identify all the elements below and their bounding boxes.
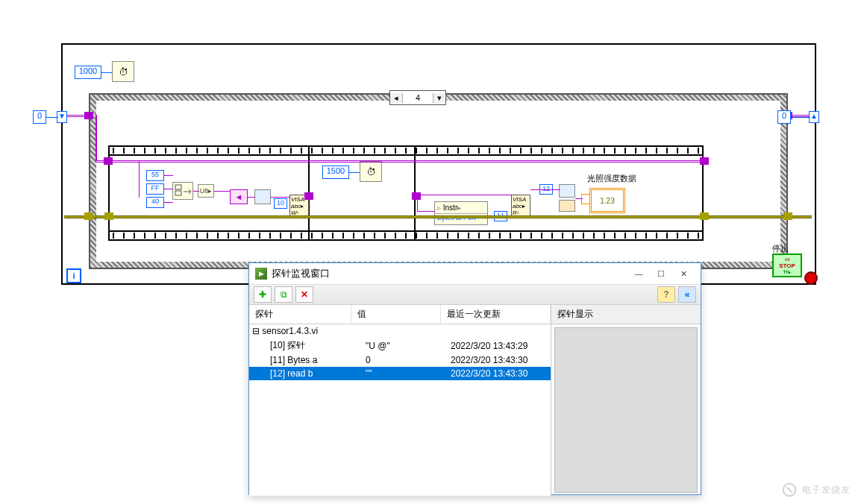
column-header-time[interactable]: 最近一次更新 [441,305,551,324]
probe-value: "" [363,367,448,380]
svg-rect-0 [175,185,181,189]
case-prev-arrow[interactable]: ◂ [390,93,403,103]
wire [101,72,112,73]
event-node: ◄ [230,189,248,204]
probe-time: 2022/3/20 13:43:30 [448,353,551,367]
instr-label: Instr [443,204,457,212]
probe-name: [11] Bytes a [249,353,363,367]
new-probe-button[interactable]: ✚ [254,286,272,303]
shift-register-right [809,111,819,123]
error-tunnel [783,212,792,220]
window-title: 探针监视窗口 [272,267,330,280]
probe-tag-10: 10 [274,198,287,209]
byte-array-to-string-node: U8▸ [198,184,214,198]
wait-ms-node: ⏱ [112,61,134,82]
visa-tunnel [84,112,93,119]
tree-root-label: sensor1.4.3.vi [262,326,318,336]
probe-row[interactable]: [10] 探针 "U @" 2022/3/20 13:43:29 [249,338,551,353]
probe-display-pane: 探针显示 [551,305,701,496]
constant-wait-ms: 1000 [75,66,101,79]
wire [349,172,360,173]
wire [164,189,173,189]
window-minimize-button[interactable]: — [627,266,650,281]
probe-toolbar: ✚ ⧉ ✕ ? « [249,285,701,305]
wire [248,197,255,198]
wire [164,175,173,176]
metronome-icon: ⏱ [119,66,128,78]
probe-time: 2022/3/20 13:43:29 [448,339,551,353]
help-button[interactable]: ? [657,286,675,303]
case-selector[interactable]: ◂ 4 ▾ [389,90,446,105]
app-icon: ▶ [255,268,267,280]
hex-const-ff: FF [146,183,164,195]
scan-value-node [559,200,575,212]
visa-tunnel [700,157,709,165]
probe-plus-icon: ✚ [259,289,266,300]
probe-add-icon: ⧉ [281,289,287,300]
wire [214,191,231,192]
loop-condition-terminal [804,271,818,285]
shift-register-left [57,111,67,123]
svg-rect-1 [175,191,181,195]
stop-label: 停止 [772,243,789,254]
build-array-node [172,182,193,200]
output-label: 光照强度数据 [587,173,636,184]
error-tunnel [700,212,709,220]
wire [193,191,199,192]
iteration-constant-right: 0 [777,110,791,124]
watermark: 电子发烧友 [781,482,851,498]
window-titlebar[interactable]: ▶ 探针监视窗口 — ☐ ✕ [249,263,701,285]
wire [791,117,810,118]
express-vi-node [254,189,271,204]
column-header-value[interactable]: 值 [351,305,441,324]
column-header-probe[interactable]: 探针 [249,305,351,324]
tree-root-row[interactable]: ⊟ sensor1.4.3.vi [249,324,551,338]
numeric-value: 1.23 [600,197,614,205]
wire [417,195,513,195]
probe-display-header: 探针显示 [551,305,701,324]
property-node-bytes-at-port: ▹ Instr▸ Bytes at Port [434,201,488,225]
wire [530,189,560,190]
probe-name: [10] 探针 [249,338,363,353]
add-probe-button[interactable]: ⧉ [275,286,292,303]
wire [271,197,290,198]
iteration-terminal-icon: i [66,268,81,283]
hex-const-40: 40 [146,197,164,208]
stop-button-terminal[interactable]: ▭ STOP TF▸ [772,253,802,277]
probe-time: 2022/3/20 13:43:30 [448,367,551,380]
window-maximize-button[interactable]: ☐ [650,266,672,281]
visa-tunnel [412,192,421,200]
probe-value: "U @" [363,339,448,353]
iteration-constant-left: 0 [33,110,46,124]
wire [46,117,58,118]
numeric-indicator: 1.23 [589,188,625,213]
constant-wait-1500: 1500 [322,166,349,179]
wire [96,115,97,161]
delete-icon: ✕ [301,289,308,300]
case-next-arrow[interactable]: ▾ [433,93,445,103]
probe-value: 0 [363,353,448,367]
probe-list-pane: 探针 值 最近一次更新 ⊟ sensor1.4.3.vi [10] 探针 "U … [249,305,551,496]
string-subset-node [559,184,575,198]
probe-grid-header: 探针 值 最近一次更新 [249,305,551,324]
wire [139,160,140,198]
hex-const-55: 55 [146,170,164,181]
probe-row[interactable]: [11] Bytes a 0 2022/3/20 13:43:30 [249,353,551,367]
probe-row-selected[interactable]: [12] read b "" 2022/3/20 13:43:30 [249,367,551,380]
probe-display-body [554,327,698,493]
stop-button-text: STOP [779,262,795,269]
wire [417,211,435,212]
wire [575,198,583,199]
delete-probe-button[interactable]: ✕ [295,286,313,303]
probe-watch-window[interactable]: ▶ 探针监视窗口 — ☐ ✕ ✚ ⧉ ✕ ? « 探针 值 最近一次更新 [248,262,701,495]
visa-tunnel [104,157,113,165]
probe-name: [12] read b [249,367,363,380]
metronome-icon: ⏱ [366,166,376,177]
indicator-terminal [581,194,590,204]
window-close-button[interactable]: ✕ [672,266,695,281]
collapse-right-button[interactable]: « [678,286,696,303]
wire [164,202,173,203]
probe-grid-body[interactable]: ⊟ sensor1.4.3.vi [10] 探针 "U @" 2022/3/20… [249,324,551,496]
watermark-icon [781,482,798,498]
error-tunnel [104,212,113,220]
